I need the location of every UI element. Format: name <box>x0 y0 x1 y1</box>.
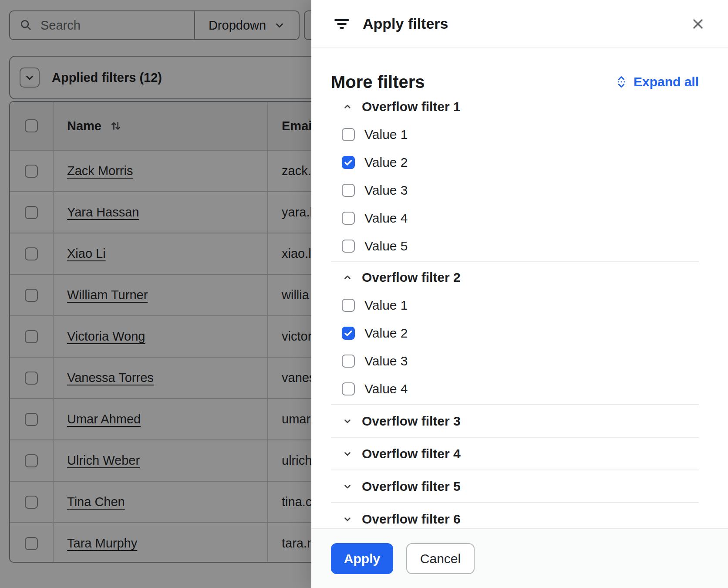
apply-filters-panel: Apply filters More filters <box>311 0 728 588</box>
filter-option[interactable]: Value 3 <box>331 347 699 375</box>
chevron-down-icon <box>342 514 353 524</box>
filter-option-label: Value 5 <box>364 239 408 253</box>
chevron-down-icon <box>342 449 353 459</box>
filter-option[interactable]: Value 5 <box>331 232 699 260</box>
filter-section-toggle[interactable]: Overflow filter 2 <box>331 264 699 291</box>
cancel-button[interactable]: Cancel <box>406 543 475 574</box>
filter-icon <box>333 16 351 32</box>
expand-all-icon <box>615 75 627 89</box>
filter-option-label: Value 4 <box>364 382 408 396</box>
filter-section-toggle[interactable]: Overflow filter 3 <box>331 406 699 436</box>
more-filters-title: More filters <box>331 72 425 92</box>
section-divider <box>331 470 699 470</box>
filter-option-label: Value 2 <box>364 326 408 341</box>
more-filters-header: More filters Expand all <box>331 71 699 93</box>
checkbox-unchecked[interactable] <box>342 212 355 225</box>
filter-section-label: Overflow filter 1 <box>362 99 461 114</box>
chevron-up-icon <box>342 101 353 112</box>
filter-option-label: Value 3 <box>364 183 408 198</box>
filter-option[interactable]: Value 1 <box>331 291 699 319</box>
checkbox-checked[interactable] <box>342 156 355 169</box>
panel-title: Apply filters <box>363 15 448 32</box>
chevron-up-icon <box>342 272 353 283</box>
filter-section-label: Overflow filter 5 <box>362 479 461 494</box>
section-divider <box>331 261 699 262</box>
filter-option-label: Value 4 <box>364 211 408 226</box>
chevron-down-icon <box>342 481 353 492</box>
panel-header: Apply filters <box>311 0 728 48</box>
filter-option-label: Value 3 <box>364 354 408 368</box>
checkbox-unchecked[interactable] <box>342 128 355 141</box>
filter-option[interactable]: Value 2 <box>331 319 699 347</box>
filter-section-toggle[interactable]: Overflow filter 4 <box>331 439 699 468</box>
checkbox-unchecked[interactable] <box>342 184 355 197</box>
panel-footer: Apply Cancel <box>311 528 728 588</box>
filter-option[interactable]: Value 4 <box>331 375 699 403</box>
filter-option-label: Value 1 <box>364 127 408 142</box>
filter-option-label: Value 1 <box>364 298 408 313</box>
chevron-down-icon <box>342 416 353 426</box>
apply-button[interactable]: Apply <box>331 543 393 574</box>
close-button[interactable] <box>688 14 708 34</box>
checkbox-unchecked[interactable] <box>342 355 355 368</box>
filter-section-toggle[interactable]: Overflow filter 5 <box>331 472 699 501</box>
filter-option[interactable]: Value 4 <box>331 204 699 232</box>
checkbox-unchecked[interactable] <box>342 240 355 253</box>
app-root: Dropdown Applied filters (12) Nam <box>0 0 728 588</box>
filter-section-label: Overflow filter 3 <box>362 414 461 429</box>
checkbox-unchecked[interactable] <box>342 382 355 395</box>
filter-section-toggle[interactable]: Overflow filter 1 <box>331 93 699 121</box>
section-divider <box>331 502 699 503</box>
filter-section-label: Overflow filter 4 <box>362 446 461 461</box>
filter-option[interactable]: Value 3 <box>331 176 699 204</box>
close-icon <box>691 17 705 31</box>
section-divider <box>331 437 699 438</box>
panel-body: More filters Expand all <box>311 48 728 528</box>
expand-all-label: Expand all <box>634 74 699 89</box>
checkbox-unchecked[interactable] <box>342 299 355 312</box>
filter-section-toggle[interactable]: Overflow filter 6 <box>331 504 699 528</box>
checkbox-checked[interactable] <box>342 327 355 340</box>
filter-option[interactable]: Value 2 <box>331 149 699 176</box>
expand-all-button[interactable]: Expand all <box>615 74 699 89</box>
filter-section-label: Overflow filter 6 <box>362 512 461 527</box>
filter-section-label: Overflow filter 2 <box>362 270 461 285</box>
filter-option-label: Value 2 <box>364 155 408 170</box>
filter-option[interactable]: Value 1 <box>331 121 699 149</box>
section-divider <box>331 404 699 405</box>
